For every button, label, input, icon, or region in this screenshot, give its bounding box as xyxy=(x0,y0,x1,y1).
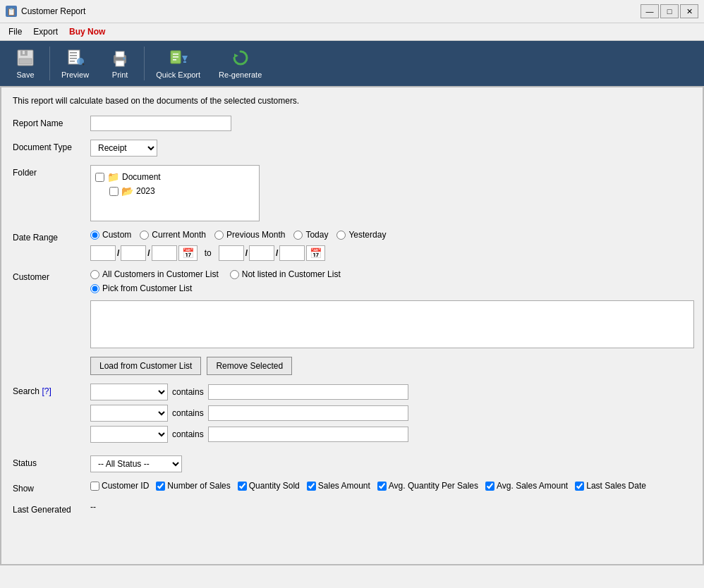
svg-line-10 xyxy=(83,63,84,65)
report-name-input[interactable] xyxy=(90,116,231,131)
search-field-1-select[interactable] xyxy=(90,384,168,400)
folder-2023-checkbox[interactable] xyxy=(109,187,119,196)
show-customerid-checkbox[interactable] xyxy=(90,482,99,491)
svg-marker-19 xyxy=(182,56,188,61)
customer-list-box[interactable] xyxy=(90,300,694,348)
preview-button[interactable]: Preview xyxy=(53,44,97,83)
menu-export[interactable]: Export xyxy=(28,25,63,39)
search-row-2: contains xyxy=(90,405,691,422)
date-to-day[interactable] xyxy=(219,245,244,261)
show-avgsalesamount-checkbox[interactable] xyxy=(485,482,494,491)
date-from-year[interactable] xyxy=(152,245,177,261)
svg-rect-5 xyxy=(70,52,77,54)
search-field-2-select[interactable] xyxy=(90,405,168,422)
print-button[interactable]: Print xyxy=(99,44,141,83)
search-field-2-input[interactable] xyxy=(208,405,408,421)
customer-label: Customer xyxy=(13,269,90,282)
status-select[interactable]: -- All Status -- Active Inactive xyxy=(90,455,182,472)
show-avgsalesamount[interactable]: Avg. Sales Amount xyxy=(485,481,568,491)
contains-label-2: contains xyxy=(172,408,204,418)
svg-rect-3 xyxy=(23,51,25,54)
show-numsales[interactable]: Number of Sales xyxy=(156,481,230,491)
folder-document-label: Document xyxy=(122,172,161,182)
menu-bar: File Export Buy Now xyxy=(0,23,704,41)
load-from-customer-list-button[interactable]: Load from Customer List xyxy=(90,357,201,375)
window-title: Customer Report xyxy=(21,6,85,16)
customer-row: Customer All Customers in Customer List … xyxy=(13,269,691,375)
quickexport-label: Quick Export xyxy=(156,71,200,79)
preview-label: Preview xyxy=(61,71,89,79)
svg-rect-17 xyxy=(173,56,178,58)
document-type-row: Document Type Receipt Invoice Credit Not… xyxy=(13,140,691,157)
folder-document-icon: 📁 xyxy=(107,171,119,183)
date-range-previousmonth[interactable]: Previous Month xyxy=(214,230,285,240)
folder-document: 📁 Document xyxy=(95,170,255,184)
date-range-currentmonth[interactable]: Current Month xyxy=(140,230,206,240)
menu-file[interactable]: File xyxy=(3,25,28,39)
print-icon xyxy=(110,48,130,68)
close-button[interactable]: ✕ xyxy=(680,4,698,18)
save-label: Save xyxy=(16,71,34,79)
remove-selected-button[interactable]: Remove Selected xyxy=(207,357,292,375)
minimize-button[interactable]: — xyxy=(641,4,659,18)
show-label: Show xyxy=(13,481,90,494)
contains-label-3: contains xyxy=(172,429,204,439)
folder-label: Folder xyxy=(13,165,90,178)
search-field-3-select[interactable] xyxy=(90,426,168,443)
svg-marker-21 xyxy=(234,54,238,58)
menu-buynow[interactable]: Buy Now xyxy=(63,25,111,39)
search-label: Search [?] xyxy=(13,384,90,396)
show-avgqtypersales[interactable]: Avg. Quantity Per Sales xyxy=(377,481,478,491)
status-label: Status xyxy=(13,455,90,468)
svg-rect-13 xyxy=(116,61,124,66)
svg-rect-18 xyxy=(173,59,176,61)
customer-buttons: Load from Customer List Remove Selected xyxy=(90,357,694,375)
search-field-1-input[interactable] xyxy=(208,384,408,400)
date-range-yesterday[interactable]: Yesterday xyxy=(336,230,386,240)
calendar-to-icon: 📅 xyxy=(310,247,322,259)
calendar-from-icon: 📅 xyxy=(182,247,194,259)
date-from-month[interactable] xyxy=(121,245,146,261)
show-qtysold[interactable]: Quantity Sold xyxy=(238,481,300,491)
search-help[interactable]: [?] xyxy=(42,386,51,396)
search-field-3-input[interactable] xyxy=(208,427,408,442)
show-lastsalesdate-checkbox[interactable] xyxy=(575,482,584,491)
customer-pick[interactable]: Pick from Customer List xyxy=(90,283,694,293)
show-lastsalesdate[interactable]: Last Sales Date xyxy=(575,481,646,491)
folder-document-checkbox[interactable] xyxy=(95,173,104,182)
date-to-year[interactable] xyxy=(279,245,305,261)
show-salesamount[interactable]: Sales Amount xyxy=(307,481,370,491)
title-bar: 📋 Customer Report — □ ✕ xyxy=(0,0,704,23)
date-inputs: / / 📅 to / / 📅 xyxy=(90,245,691,261)
svg-rect-7 xyxy=(70,58,77,59)
search-row: Search [?] contains contains contains xyxy=(13,384,691,447)
customer-notlisted[interactable]: Not listed in Customer List xyxy=(230,269,341,279)
date-range-options: Custom Current Month Previous Month Toda… xyxy=(90,230,691,240)
show-numsales-checkbox[interactable] xyxy=(156,482,165,491)
date-range-custom[interactable]: Custom xyxy=(90,230,131,240)
regenerate-button[interactable]: Re-generate xyxy=(210,44,270,83)
preview-icon xyxy=(66,48,85,68)
maximize-button[interactable]: □ xyxy=(660,4,679,18)
date-range-today[interactable]: Today xyxy=(293,230,328,240)
show-salesamount-checkbox[interactable] xyxy=(307,482,316,491)
svg-point-14 xyxy=(123,58,126,60)
last-generated-value: -- xyxy=(90,502,96,512)
show-customerid[interactable]: Customer ID xyxy=(90,481,149,491)
date-to-calendar-button[interactable]: 📅 xyxy=(306,245,325,261)
quickexport-button[interactable]: Quick Export xyxy=(147,44,209,83)
show-qtysold-checkbox[interactable] xyxy=(238,482,247,491)
customer-all[interactable]: All Customers in Customer List xyxy=(90,269,219,279)
document-type-select[interactable]: Receipt Invoice Credit Note xyxy=(90,140,157,157)
save-button[interactable]: Save xyxy=(4,44,47,83)
show-options: Customer ID Number of Sales Quantity Sol… xyxy=(90,481,691,491)
save-icon xyxy=(16,48,35,68)
info-text: This report will calculate based on the … xyxy=(13,96,691,106)
date-from-calendar-button[interactable]: 📅 xyxy=(178,245,198,261)
customer-radio-row: All Customers in Customer List Not liste… xyxy=(90,269,694,279)
date-to-month[interactable] xyxy=(249,245,274,261)
regenerate-label: Re-generate xyxy=(219,71,262,79)
folder-2023-icon: 📂 xyxy=(121,185,133,197)
show-avgqtypersales-checkbox[interactable] xyxy=(377,482,387,491)
date-from-day[interactable] xyxy=(90,245,116,261)
